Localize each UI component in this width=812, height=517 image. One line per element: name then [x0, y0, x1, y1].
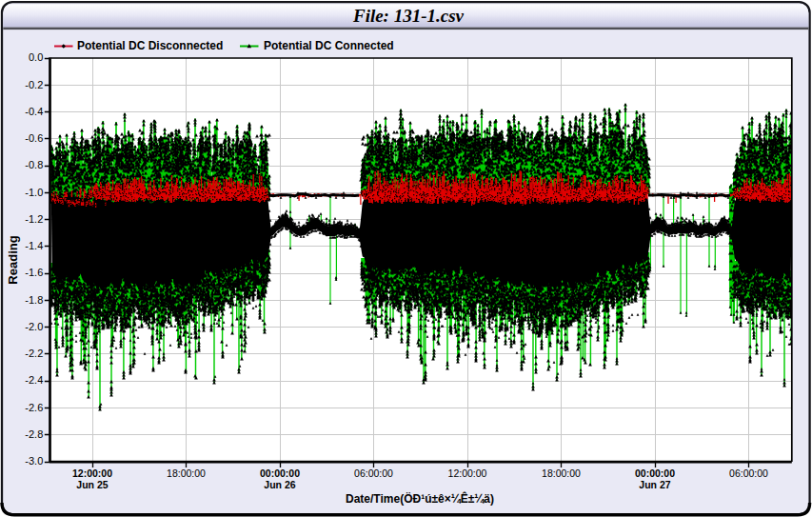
- svg-text:-2.0: -2.0: [25, 321, 43, 332]
- svg-text:06:00:00: 06:00:00: [354, 467, 393, 479]
- svg-text:12:00:00: 12:00:00: [72, 467, 112, 479]
- svg-text:Potential DC Disconnected: Potential DC Disconnected: [77, 39, 223, 52]
- svg-text:Jun 26: Jun 26: [264, 479, 295, 490]
- svg-text:Reading: Reading: [6, 235, 20, 284]
- svg-text:-2.6: -2.6: [25, 402, 43, 413]
- svg-text:00:00:00: 00:00:00: [635, 467, 675, 479]
- svg-text:Potential DC Connected: Potential DC Connected: [264, 39, 394, 52]
- svg-text:0.0: 0.0: [29, 51, 43, 63]
- svg-text:-2.8: -2.8: [25, 428, 43, 440]
- svg-text:-1.8: -1.8: [25, 294, 43, 306]
- svg-text:-1.4: -1.4: [25, 240, 43, 251]
- svg-text:Jun 25: Jun 25: [76, 479, 108, 490]
- svg-text:12:00:00: 12:00:00: [448, 467, 487, 479]
- svg-text:-2.4: -2.4: [25, 374, 43, 386]
- svg-text:-0.4: -0.4: [25, 106, 43, 117]
- svg-text:File: 131-1.csv: File: 131-1.csv: [352, 6, 465, 26]
- svg-text:-0.2: -0.2: [25, 79, 43, 90]
- svg-text:Date/Time(ÖÐ¹ú±ê×¼Ê±¼ä): Date/Time(ÖÐ¹ú±ê×¼Ê±¼ä): [346, 491, 494, 506]
- svg-text:06:00:00: 06:00:00: [729, 467, 768, 479]
- svg-text:18:00:00: 18:00:00: [167, 467, 206, 479]
- svg-text:18:00:00: 18:00:00: [542, 467, 581, 479]
- svg-text:Jun 27: Jun 27: [639, 479, 670, 490]
- svg-text:-1.0: -1.0: [25, 187, 43, 198]
- svg-text:-1.2: -1.2: [25, 213, 43, 225]
- svg-text:-2.2: -2.2: [25, 348, 43, 359]
- svg-text:-0.8: -0.8: [25, 159, 43, 170]
- svg-text:00:00:00: 00:00:00: [260, 467, 300, 479]
- svg-text:-1.6: -1.6: [25, 267, 43, 278]
- svg-text:-3.0: -3.0: [25, 455, 43, 467]
- svg-text:-0.6: -0.6: [25, 132, 43, 144]
